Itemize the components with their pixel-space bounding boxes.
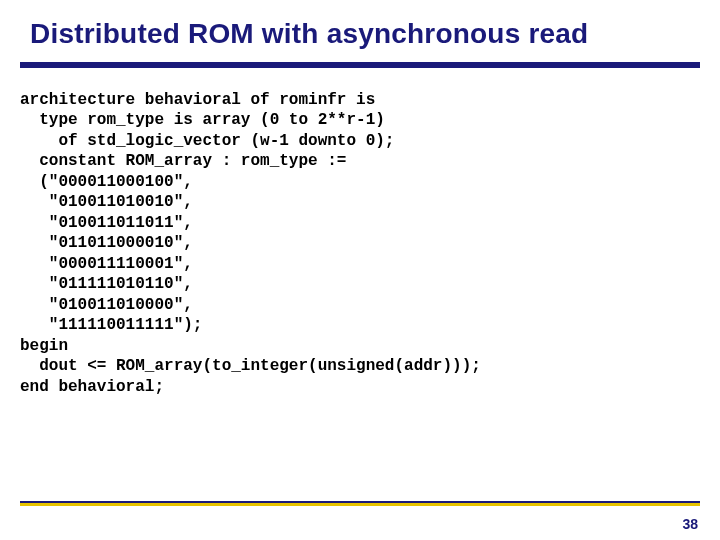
code-line: "011111010110", — [20, 275, 193, 293]
code-line: constant ROM_array : rom_type := — [20, 152, 346, 170]
code-line: type rom_type is array (0 to 2**r-1) — [20, 111, 385, 129]
code-line: of std_logic_vector (w-1 downto 0); — [20, 132, 394, 150]
code-line: "011011000010", — [20, 234, 193, 252]
slide-title: Distributed ROM with asynchronous read — [30, 18, 690, 50]
code-line: "010011010000", — [20, 296, 193, 314]
code-line: "000011110001", — [20, 255, 193, 273]
code-line: dout <= ROM_array(to_integer(unsigned(ad… — [20, 357, 481, 375]
code-line: ("000011000100", — [20, 173, 193, 191]
code-line: begin — [20, 337, 68, 355]
code-line: "010011011011", — [20, 214, 193, 232]
title-underline — [20, 62, 700, 68]
page-number: 38 — [682, 516, 698, 532]
footer-rule-gold — [20, 503, 700, 506]
slide: Distributed ROM with asynchronous read a… — [0, 0, 720, 540]
code-line: architecture behavioral of rominfr is — [20, 91, 375, 109]
code-line: "010011010010", — [20, 193, 193, 211]
code-block: architecture behavioral of rominfr is ty… — [20, 90, 700, 397]
code-line: "111110011111"); — [20, 316, 202, 334]
code-line: end behavioral; — [20, 378, 164, 396]
